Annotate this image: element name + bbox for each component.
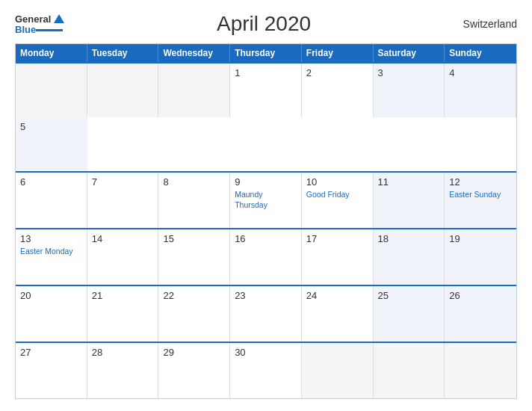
day-number: 15	[163, 233, 225, 244]
day-number: 16	[235, 233, 297, 244]
day-number: 9	[235, 176, 297, 188]
calendar-cell: 24	[302, 286, 374, 342]
calendar-cell: 19	[445, 229, 516, 285]
day-number: 6	[20, 176, 82, 188]
day-number: 19	[449, 233, 512, 244]
calendar-cell: 5	[16, 117, 87, 171]
calendar-cell: 26	[445, 286, 516, 342]
weekday-tuesday: Tuesday	[87, 44, 159, 62]
day-number: 22	[163, 290, 225, 301]
day-number: 12	[449, 176, 512, 188]
calendar-cell: 13Easter Monday	[16, 229, 87, 285]
day-number: 11	[378, 176, 440, 188]
calendar-cell: 7	[87, 173, 159, 228]
calendar-cell: 16	[230, 229, 302, 285]
calendar-cell: 8	[158, 173, 230, 228]
calendar-cell	[302, 343, 374, 398]
day-number: 8	[163, 176, 225, 188]
day-number: 29	[163, 347, 225, 358]
calendar: Monday Tuesday Wednesday Thursday Friday…	[15, 43, 517, 399]
day-number: 21	[92, 290, 154, 301]
calendar-cell	[16, 64, 87, 117]
day-event: Easter Monday	[20, 247, 82, 257]
logo: General Blue	[15, 14, 64, 34]
day-number: 20	[20, 290, 82, 301]
day-number: 13	[20, 233, 82, 244]
day-number: 2	[306, 67, 368, 78]
day-number: 1	[235, 67, 297, 78]
day-number: 4	[449, 67, 511, 78]
logo-general-text: General	[15, 14, 51, 24]
calendar-cell: 17	[302, 229, 374, 285]
weekday-saturday: Saturday	[374, 44, 445, 62]
calendar-cell: 11	[374, 173, 445, 228]
day-number: 7	[92, 176, 154, 188]
calendar-cell: 4	[445, 64, 516, 117]
calendar-cell: 20	[16, 286, 87, 342]
day-number: 27	[20, 347, 82, 358]
day-number: 30	[235, 347, 297, 358]
country-label: Switzerland	[463, 18, 517, 30]
day-event: Good Friday	[306, 190, 368, 200]
calendar-row-2: 6789Maundy Thursday10Good Friday1112East…	[16, 171, 516, 228]
day-number: 18	[378, 233, 440, 244]
calendar-cell	[445, 343, 516, 398]
day-number: 14	[92, 233, 154, 244]
calendar-cell: 12Easter Sunday	[445, 173, 516, 228]
weekday-monday: Monday	[16, 44, 87, 62]
header: General Blue April 2020 Switzerland	[15, 12, 517, 36]
calendar-cell: 6	[16, 173, 87, 228]
page: General Blue April 2020 Switzerland Mond…	[0, 0, 532, 411]
calendar-cell	[87, 64, 159, 117]
calendar-cell: 14	[87, 229, 159, 285]
calendar-title: April 2020	[217, 12, 311, 36]
day-number: 5	[20, 121, 83, 132]
day-number: 25	[378, 290, 440, 301]
calendar-cell: 18	[374, 229, 445, 285]
day-number: 3	[378, 67, 440, 78]
day-event: Maundy Thursday	[235, 190, 297, 210]
calendar-cell: 28	[87, 343, 159, 398]
calendar-cell: 10Good Friday	[302, 173, 374, 228]
logo-blue-text: Blue	[15, 25, 36, 34]
weekday-wednesday: Wednesday	[158, 44, 230, 62]
calendar-cell: 30	[230, 343, 302, 398]
day-event: Easter Sunday	[449, 190, 512, 200]
weekday-sunday: Sunday	[445, 44, 516, 62]
day-number: 10	[306, 176, 368, 188]
day-number: 17	[306, 233, 368, 244]
calendar-header: Monday Tuesday Wednesday Thursday Friday…	[16, 44, 516, 62]
calendar-cell: 22	[158, 286, 230, 342]
calendar-cell: 25	[374, 286, 445, 342]
calendar-cell: 9Maundy Thursday	[230, 173, 302, 228]
calendar-cell: 29	[158, 343, 230, 398]
day-number: 28	[92, 347, 154, 358]
calendar-cell: 2	[302, 64, 374, 117]
calendar-body: 123456789Maundy Thursday10Good Friday111…	[16, 62, 516, 398]
calendar-cell	[374, 343, 445, 398]
weekday-thursday: Thursday	[230, 44, 302, 62]
calendar-cell: 1	[230, 64, 302, 117]
calendar-cell	[158, 64, 230, 117]
calendar-row-3: 13Easter Monday141516171819	[16, 228, 516, 285]
logo-triangle-icon	[54, 14, 64, 23]
weekday-friday: Friday	[302, 44, 374, 62]
calendar-row-1: 12345	[16, 62, 516, 171]
calendar-cell: 27	[16, 343, 87, 398]
day-number: 24	[306, 290, 368, 301]
day-number: 23	[235, 290, 297, 301]
calendar-cell: 15	[158, 229, 230, 285]
calendar-cell: 23	[230, 286, 302, 342]
calendar-cell: 3	[374, 64, 445, 117]
day-number: 26	[449, 290, 512, 301]
calendar-row-5: 27282930	[16, 342, 516, 398]
calendar-row-4: 20212223242526	[16, 285, 516, 342]
logo-line	[36, 29, 63, 31]
calendar-cell: 21	[87, 286, 159, 342]
